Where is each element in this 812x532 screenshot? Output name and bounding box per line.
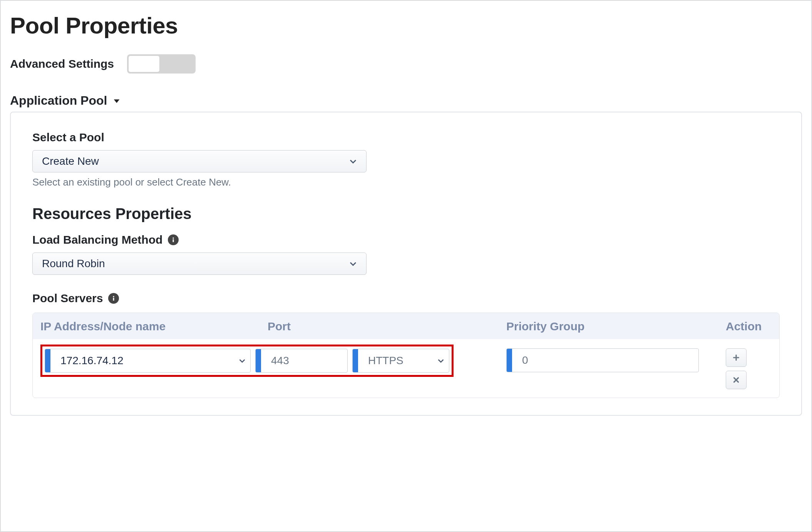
svg-rect-1 [173, 239, 174, 243]
ip-address-value: 172.16.74.12 [50, 355, 234, 367]
page-title: Pool Properties [10, 12, 802, 39]
pool-servers-label: Pool Servers [32, 292, 780, 305]
highlighted-fields: 172.16.74.12 443 HTTPS [40, 345, 454, 377]
svg-point-2 [113, 296, 114, 297]
lb-method-label: Load Balancing Method [32, 233, 780, 246]
lb-method-group: Load Balancing Method Round Robin [32, 233, 780, 275]
ip-address-input[interactable]: 172.16.74.12 [45, 349, 251, 373]
select-pool-label-text: Select a Pool [32, 131, 104, 144]
protocol-dropdown[interactable]: HTTPS [352, 349, 449, 373]
protocol-value: HTTPS [358, 355, 433, 367]
select-pool-hint: Select an existing pool or select Create… [32, 176, 780, 188]
priority-value: 0 [512, 354, 698, 366]
advanced-settings-row: Advanced Settings [10, 54, 802, 74]
active-indicator [45, 349, 50, 372]
toggle-knob [128, 55, 160, 72]
select-pool-label: Select a Pool [32, 131, 780, 144]
chevron-down-icon [234, 356, 250, 365]
lb-method-label-text: Load Balancing Method [32, 233, 162, 246]
application-pool-panel: Select a Pool Create New Select an exist… [10, 112, 802, 416]
chevron-down-icon [348, 259, 358, 268]
port-input[interactable]: 443 [255, 349, 348, 373]
advanced-settings-label: Advanced Settings [10, 57, 114, 70]
section-header-label: Application Pool [10, 94, 107, 108]
lb-method-dropdown[interactable]: Round Robin [32, 253, 367, 275]
td-ip-port: 172.16.74.12 443 HTTPS [40, 345, 506, 377]
pool-servers-label-text: Pool Servers [32, 292, 103, 305]
select-pool-group: Select a Pool Create New Select an exist… [32, 131, 780, 188]
advanced-settings-toggle[interactable] [127, 54, 196, 74]
th-priority: Priority Group [506, 320, 726, 333]
close-icon [732, 376, 740, 384]
lb-method-value: Round Robin [42, 258, 105, 270]
pool-servers-table: IP Address/Node name Port Priority Group… [32, 313, 780, 398]
resources-properties-title: Resources Properties [32, 205, 780, 223]
select-pool-value: Create New [42, 155, 99, 167]
add-row-button[interactable] [726, 348, 747, 367]
info-icon[interactable] [168, 234, 179, 245]
pool-servers-group: Pool Servers [32, 292, 780, 305]
active-indicator [353, 349, 358, 372]
table-header-row: IP Address/Node name Port Priority Group… [33, 313, 779, 339]
chevron-down-icon [348, 157, 358, 166]
plus-icon [732, 353, 740, 362]
svg-point-0 [173, 238, 174, 239]
th-port: Port [268, 320, 506, 333]
active-indicator [256, 349, 261, 372]
pool-properties-page: Pool Properties Advanced Settings Applic… [0, 0, 812, 532]
info-icon[interactable] [108, 293, 119, 304]
th-ip: IP Address/Node name [40, 320, 268, 333]
chevron-down-icon [433, 356, 449, 365]
table-row: 172.16.74.12 443 HTTPS [33, 339, 779, 398]
active-indicator [507, 349, 512, 372]
svg-rect-3 [113, 298, 114, 301]
td-priority: 0 [506, 345, 726, 372]
remove-row-button[interactable] [726, 371, 747, 389]
select-pool-dropdown[interactable]: Create New [32, 150, 367, 172]
td-action [726, 348, 780, 389]
application-pool-section-header[interactable]: Application Pool [10, 94, 121, 108]
priority-input[interactable]: 0 [506, 348, 699, 372]
caret-down-icon [112, 97, 121, 105]
th-action: Action [726, 320, 780, 333]
port-value: 443 [261, 355, 347, 367]
